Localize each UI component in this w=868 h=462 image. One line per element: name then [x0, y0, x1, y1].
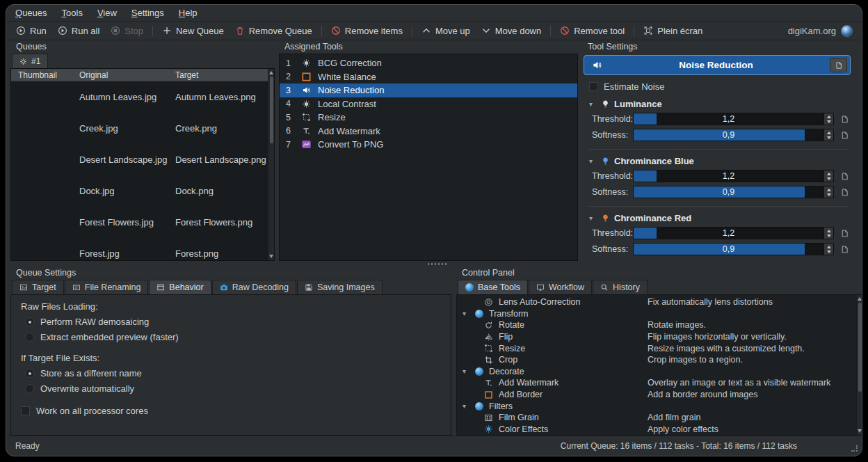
radio-option-overwrite-automatically[interactable]: Overwrite automatically — [25, 383, 441, 394]
spin-up-icon[interactable] — [827, 230, 831, 232]
assigned-tool-white-balance[interactable]: 2White Balance — [280, 70, 577, 84]
tree-group-transform[interactable]: ▾Transform — [457, 308, 862, 320]
menu-settings[interactable]: Settings — [131, 8, 164, 18]
spin-buttons[interactable] — [823, 186, 833, 198]
spin-buttons[interactable] — [823, 113, 833, 125]
tree-item-resize[interactable]: ResizeResize images with a customized le… — [457, 342, 862, 354]
queue-row-dock-jpg[interactable]: Dock.jpgDock.png — [11, 175, 274, 207]
scroll-up-icon[interactable] — [269, 71, 273, 74]
menu-queues[interactable]: Queues — [15, 8, 47, 18]
tool-defaults-button[interactable] — [830, 58, 847, 72]
spin-up-icon[interactable] — [827, 246, 831, 248]
tree-item-film-grain[interactable]: Film GrainAdd film grain — [457, 412, 862, 424]
tab-behavior[interactable]: Behavior — [149, 280, 211, 294]
queue-row-desert-landscape-jpg[interactable]: Desert Landscape.jpgDesert Landscape.png — [11, 144, 274, 175]
radio-option-perform-raw-demosaicing[interactable]: Perform RAW demosaicing — [25, 317, 441, 327]
spin-up-icon[interactable] — [827, 173, 831, 175]
toolbar-move-up-button[interactable]: Move up — [416, 23, 476, 39]
spin-down-icon[interactable] — [827, 177, 831, 180]
horizontal-splitter[interactable] — [6, 261, 862, 266]
slider-spinbox[interactable]: 0,9 — [633, 243, 834, 255]
slider-spinbox[interactable]: 1,2 — [633, 113, 834, 125]
queue-tab-1[interactable]: #1 — [12, 54, 48, 68]
tab-saving-images[interactable]: Saving Images — [297, 280, 383, 294]
collapse-arrow-icon[interactable]: ▾ — [589, 100, 597, 108]
scrollbar-thumb[interactable] — [858, 303, 862, 392]
estimate-noise-checkbox[interactable] — [589, 82, 598, 91]
slider-spinbox[interactable]: 0,9 — [633, 186, 834, 198]
assigned-tool-resize[interactable]: 5Resize — [280, 111, 577, 125]
reset-value-button[interactable] — [840, 115, 849, 124]
splitter-handle-icon[interactable] — [428, 263, 447, 265]
tree-item-rotate[interactable]: RotateRotate images. — [457, 319, 862, 331]
scroll-down-icon[interactable] — [269, 255, 273, 258]
tree-item-flip[interactable]: FlipFlip images horizontally or vertical… — [457, 331, 862, 343]
queue-table-scrollbar[interactable] — [268, 69, 274, 260]
tree-item-add-border[interactable]: Add BorderAdd a border around images — [457, 389, 862, 401]
spin-up-icon[interactable] — [827, 189, 831, 191]
toolbar-remove-queue-button[interactable]: Remove Queue — [230, 23, 318, 39]
assigned-tool-local-contrast[interactable]: 4Local Contrast — [280, 97, 577, 111]
queue-row-autumn-leaves-jpg[interactable]: Autumn Leaves.jpgAutumn Leaves.png — [11, 81, 274, 113]
tab-history[interactable]: History — [593, 280, 648, 294]
resize-grip[interactable] — [851, 445, 858, 452]
spin-up-icon[interactable] — [827, 132, 831, 134]
processor-cores-row[interactable]: Work on all processor cores — [21, 406, 441, 416]
spin-down-icon[interactable] — [827, 193, 831, 196]
expander-icon[interactable]: ▾ — [463, 310, 473, 317]
reset-value-button[interactable] — [840, 172, 849, 181]
assigned-tool-bcg-correction[interactable]: 1BCG Correction — [280, 56, 577, 70]
radio-icon[interactable] — [25, 333, 34, 342]
spin-down-icon[interactable] — [827, 120, 831, 123]
column-header-target[interactable]: Target — [168, 69, 268, 81]
toolbar-new-queue-button[interactable]: New Queue — [156, 23, 230, 39]
queue-row-forest-flowers-jpg[interactable]: Forest Flowers.jpgForest Flowers.png — [11, 207, 274, 238]
digikam-brand-link[interactable]: digiKam.org — [788, 25, 858, 37]
spin-buttons[interactable] — [823, 129, 833, 141]
toolbar-run-button[interactable]: Run — [10, 23, 52, 39]
tree-item-add-watermark[interactable]: Add WatermarkOverlay an image or text as… — [457, 377, 862, 389]
reset-value-button[interactable] — [840, 188, 849, 197]
toolbar-remove-items-button[interactable]: Remove items — [326, 23, 408, 39]
scroll-up-icon[interactable] — [858, 297, 862, 301]
assigned-tool-add-watermark[interactable]: 6Add Watermark — [280, 125, 577, 138]
slider-spinbox[interactable]: 1,2 — [633, 227, 834, 239]
reset-value-button[interactable] — [840, 131, 849, 140]
tree-group-decorate[interactable]: ▾Decorate — [457, 366, 862, 378]
scroll-down-icon[interactable] — [858, 429, 862, 433]
tree-group-filters[interactable]: ▾Filters — [457, 400, 862, 412]
collapse-arrow-icon[interactable]: ▾ — [589, 214, 597, 222]
toolbar-remove-tool-button[interactable]: Remove tool — [554, 23, 630, 39]
reset-value-button[interactable] — [840, 229, 849, 238]
expander-icon[interactable]: ▾ — [463, 367, 473, 375]
toolbar-move-down-button[interactable]: Move down — [476, 23, 547, 39]
spin-down-icon[interactable] — [827, 250, 831, 253]
scrollbar-thumb[interactable] — [270, 77, 273, 143]
expander-icon[interactable]: ▾ — [463, 402, 473, 410]
radio-icon[interactable] — [25, 317, 34, 326]
tab-raw-decoding[interactable]: Raw Decoding — [212, 280, 296, 294]
toolbar-plein-cran-button[interactable]: Plein écran — [638, 23, 708, 39]
slider-spinbox[interactable]: 1,2 — [633, 170, 834, 182]
tab-target[interactable]: Target — [12, 280, 64, 294]
tree-item-lens-auto-correction[interactable]: Lens Auto-CorrectionFix automatically le… — [457, 296, 862, 308]
assigned-tool-convert-to-png[interactable]: 7Convert To PNG — [280, 138, 577, 152]
queue-row-forest-jpg[interactable]: Forest.jpgForest.png — [11, 238, 274, 261]
toolbar-stop-button[interactable]: Stop — [105, 23, 149, 39]
tree-item-crop[interactable]: CropCrop images to a region. — [457, 354, 862, 366]
radio-option-store-as-a-different-name[interactable]: Store as a different name — [25, 368, 441, 379]
collapse-arrow-icon[interactable]: ▾ — [589, 157, 597, 165]
radio-icon[interactable] — [25, 369, 34, 378]
slider-spinbox[interactable]: 0,9 — [633, 129, 834, 141]
tree-item-color-effects[interactable]: Color EffectsApply color effects — [457, 424, 862, 436]
spin-buttons[interactable] — [823, 244, 833, 255]
menu-help[interactable]: Help — [179, 8, 198, 18]
toolbar-run-all-button[interactable]: Run all — [52, 23, 105, 39]
spin-down-icon[interactable] — [827, 136, 831, 139]
processor-cores-checkbox[interactable] — [21, 406, 30, 415]
assigned-tool-noise-reduction[interactable]: 3Noise Reduction — [280, 83, 577, 97]
spin-down-icon[interactable] — [827, 234, 831, 237]
tab-workflow[interactable]: Workflow — [529, 280, 592, 294]
tab-base-tools[interactable]: Base Tools — [458, 280, 528, 294]
menu-view[interactable]: View — [97, 8, 117, 18]
